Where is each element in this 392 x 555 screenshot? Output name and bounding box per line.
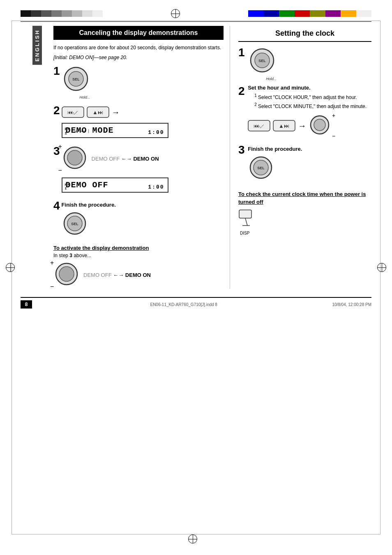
intro-text: If no operations are done for about 20 s…: [53, 44, 224, 51]
stripe-seg: [62, 10, 72, 17]
activate-step-suffix: above...: [72, 253, 91, 258]
clock-step-2-row: 2 Set the hour and minute. 1 Select "CLO…: [238, 85, 371, 138]
stripe-group-right: [248, 10, 371, 17]
stripe-seg: [325, 10, 341, 17]
step-3-knob-row: + − DEMO OFF ←→ DEMO ON: [62, 145, 168, 173]
center-crosshair-container: [106, 9, 245, 18]
step-3-knob-container: + −: [62, 145, 88, 173]
crosshair-icon: [171, 9, 180, 18]
svg-point-8: [67, 150, 82, 165]
clock-sub-num-2: 2: [254, 102, 257, 107]
clock-finish-text: Finish the procedure.: [248, 146, 302, 152]
activate-minus-icon: −: [50, 283, 54, 290]
clock-next-button: ▲⏭: [273, 120, 295, 131]
footer-date: 10/8/04, 12:00:28 PM: [332, 302, 371, 307]
step-1-number: 1: [53, 64, 60, 78]
disp-button-container: DISP: [238, 209, 259, 235]
stripe-seg: [31, 10, 41, 17]
main-section-wrapper: ENGLISH Canceling the display demonstrat…: [21, 26, 371, 289]
top-separator: [21, 21, 371, 22]
step-1-knob-container: SEL Hold...: [62, 64, 90, 99]
svg-text:SEL: SEL: [257, 166, 265, 170]
english-label-col: ENGLISH: [21, 26, 53, 289]
clock-sel-knob: SEL: [248, 46, 277, 75]
display-time-2: 1:00: [148, 184, 164, 190]
step-2-number: 2: [53, 104, 60, 117]
svg-line-27: [245, 218, 247, 226]
svg-text:SEL: SEL: [258, 59, 266, 63]
activate-plus-icon: +: [50, 259, 54, 267]
stripe-seg: [82, 10, 92, 17]
svg-text:⏮✓: ⏮✓: [67, 109, 78, 115]
demo-off-label: DEMO OFF: [92, 156, 120, 162]
left-reg-mark: [6, 263, 15, 272]
stripe-seg: [310, 10, 325, 17]
clock-hold-label: Hold...: [248, 77, 277, 81]
step-2-content: ⏮✓ ▲⏭ → DEMO MODE FM1 1:00 ════ ▏: [62, 104, 168, 140]
border-left: [12, 21, 12, 534]
clock-adjust-knob: [309, 114, 331, 136]
step-3-content: + − DEMO OFF ←→ DEMO ON: [62, 145, 168, 195]
page-number: 8: [25, 302, 28, 307]
display-bar-indicator: ════ ▏: [75, 129, 92, 133]
plus-icon: +: [58, 143, 62, 150]
svg-point-22: [314, 119, 325, 131]
border-top: [12, 21, 380, 21]
left-section-header: Canceling the display demonstrations: [53, 26, 224, 40]
step-4-content: Finish the procedure. SEL: [62, 199, 116, 238]
activate-demo-arrow: ←→: [113, 272, 124, 278]
activate-knob-icon: [53, 261, 80, 288]
svg-text:SEL: SEL: [71, 222, 78, 226]
stripe-seg: [248, 10, 264, 17]
right-instructions: Setting the clock 1 SEL Hold... 2: [230, 26, 371, 289]
clock-step-3-number: 3: [238, 143, 245, 157]
step-4-number: 4: [53, 199, 60, 212]
display-time: 1:00: [148, 129, 164, 136]
clock-sub-text-1: Select "CLOCK HOUR," then adjust the hou…: [258, 94, 357, 100]
activate-step-prefix: In step: [53, 253, 69, 258]
svg-text:▲⏭: ▲⏭: [279, 123, 289, 129]
activate-knob-container: + −: [53, 261, 80, 289]
disp-button-icon: [238, 209, 259, 230]
clock-sub-text-2: Select "CLOCK MINUTE," then adjust the m…: [258, 104, 367, 109]
clock-plus-icon: +: [332, 112, 335, 119]
svg-text:▲⏭: ▲⏭: [92, 109, 103, 115]
sel-knob-icon: SEL: [62, 64, 90, 93]
top-stripe-row: [21, 9, 371, 18]
disp-button-row: DISP: [238, 209, 371, 235]
demo-off-display: DEMO OFF FM1 1:00: [62, 177, 168, 193]
two-col-content: Canceling the display demonstrations If …: [53, 26, 371, 289]
check-clock-title: To check the current clock time when the…: [238, 191, 371, 205]
clock-step-3-row: 3 Finish the procedure. SEL: [238, 143, 371, 182]
activate-title: To activate the display demonstration: [53, 245, 224, 251]
step-2-row: 2 ⏮✓ ▲⏭ →: [53, 104, 224, 140]
demo-toggle-label: DEMO OFF ←→ DEMO ON: [92, 156, 159, 162]
finish-text: Finish the procedure.: [62, 202, 116, 208]
arrow-right-icon: →: [112, 108, 120, 117]
border-right: [380, 21, 380, 534]
clock-sub-1: 1 Select "CLOCK HOUR," then adjust the h…: [254, 92, 367, 101]
svg-point-13: [59, 267, 74, 281]
svg-text:⏮✓: ⏮✓: [254, 123, 264, 129]
stripe-seg: [356, 10, 372, 17]
stripe-seg: [264, 10, 279, 17]
next-button-icon: ▲⏭: [87, 106, 109, 118]
clock-step-3-content: Finish the procedure. SEL: [248, 143, 302, 182]
display-small-2: FM1: [65, 183, 71, 190]
clock-controls-row: ⏮✓ ▲⏭ → + −: [248, 114, 367, 138]
clock-sub-num-1: 1: [254, 93, 257, 98]
svg-rect-26: [239, 210, 251, 218]
step-1-row: 1 SEL Hold...: [53, 64, 224, 100]
right-reg-mark: [377, 263, 386, 272]
step-4-row: 4 Finish the procedure. SEL: [53, 199, 224, 238]
clock-step-2-number: 2: [238, 85, 245, 98]
bottom-separator: [21, 297, 371, 298]
page-footer: 8 EN06-11_KD-AR760_G710[J].indd 8 10/8/0…: [21, 300, 371, 309]
finish-knob-icon: SEL: [62, 210, 88, 237]
activate-step-text: In step 3 above...: [53, 253, 224, 258]
intro-italic: [Initial: DEMO ON]—see page 20.: [53, 55, 224, 60]
prev-button-icon: ⏮✓: [62, 106, 84, 118]
clock-minus-icon: −: [332, 133, 335, 139]
step-1-content: SEL Hold...: [62, 64, 90, 100]
demo-on-label: DEMO ON: [133, 156, 159, 162]
